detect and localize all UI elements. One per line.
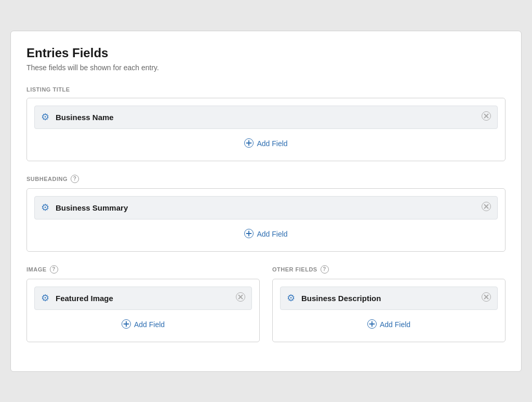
subheading-field-row: ⚙ Business Summary bbox=[34, 196, 498, 219]
image-add-field-button[interactable]: Add Field bbox=[34, 317, 252, 332]
listing-title-gear-icon[interactable]: ⚙ bbox=[41, 111, 49, 123]
subheading-add-icon bbox=[244, 229, 254, 240]
subheading-section: ⚙ Business Summary Add Field bbox=[26, 188, 506, 252]
other-fields-field-row: ⚙ Business Description bbox=[280, 287, 498, 310]
image-column: IMAGE ? ⚙ Featured Image bbox=[26, 265, 260, 356]
page-container: Entries Fields These fields will be show… bbox=[10, 31, 522, 372]
subheading-remove-icon[interactable] bbox=[482, 202, 491, 214]
subheading-gear-icon[interactable]: ⚙ bbox=[41, 202, 49, 213]
image-remove-icon[interactable] bbox=[236, 292, 245, 304]
subheading-add-field-button[interactable]: Add Field bbox=[34, 227, 498, 242]
other-fields-column: OTHER FIELDS ? ⚙ Business Description bbox=[272, 265, 506, 356]
listing-title-remove-icon[interactable] bbox=[482, 111, 491, 123]
image-gear-icon[interactable]: ⚙ bbox=[41, 292, 49, 304]
subheading-label: SUBHEADING ? bbox=[26, 175, 506, 183]
image-add-icon bbox=[122, 319, 131, 330]
subheading-add-field-label: Add Field bbox=[257, 230, 287, 238]
other-fields-field-name: Business Description bbox=[301, 294, 482, 303]
two-col-section: IMAGE ? ⚙ Featured Image bbox=[26, 265, 506, 356]
page-title: Entries Fields bbox=[26, 46, 506, 60]
listing-title-section: ⚙ Business Name Add Field bbox=[26, 98, 506, 161]
other-fields-label: OTHER FIELDS ? bbox=[272, 265, 506, 274]
listing-title-add-icon bbox=[244, 138, 254, 149]
page-subtitle: These fields will be shown for each entr… bbox=[26, 63, 506, 72]
image-field-row: ⚙ Featured Image bbox=[34, 287, 252, 310]
other-fields-gear-icon[interactable]: ⚙ bbox=[287, 292, 295, 304]
subheading-field-name: Business Summary bbox=[56, 203, 482, 212]
image-label: IMAGE ? bbox=[26, 265, 260, 274]
other-fields-add-field-button[interactable]: Add Field bbox=[280, 317, 498, 332]
image-field-name: Featured Image bbox=[56, 294, 236, 303]
listing-title-add-field-label: Add Field bbox=[257, 139, 287, 148]
image-section: ⚙ Featured Image bbox=[26, 279, 260, 342]
listing-title-add-field-button[interactable]: Add Field bbox=[34, 136, 498, 151]
other-fields-add-icon bbox=[367, 319, 377, 330]
listing-title-field-name: Business Name bbox=[56, 113, 482, 122]
other-fields-add-field-label: Add Field bbox=[380, 320, 410, 329]
image-add-field-label: Add Field bbox=[134, 320, 165, 329]
listing-title-field-row: ⚙ Business Name bbox=[34, 106, 498, 129]
image-help-icon[interactable]: ? bbox=[50, 265, 58, 274]
subheading-help-icon[interactable]: ? bbox=[71, 175, 79, 183]
other-fields-remove-icon[interactable] bbox=[482, 292, 491, 304]
other-fields-help-icon[interactable]: ? bbox=[321, 265, 329, 274]
other-fields-section: ⚙ Business Description bbox=[272, 279, 506, 342]
listing-title-label: LISTING TITLE bbox=[26, 86, 506, 93]
